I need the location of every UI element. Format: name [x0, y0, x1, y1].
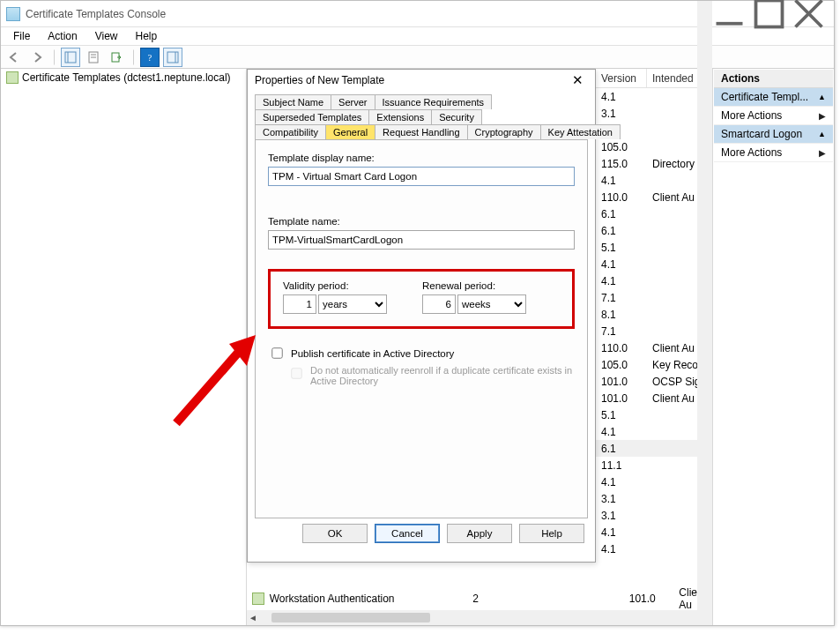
cell-version: 105.0	[596, 141, 647, 153]
tab-request-handling[interactable]: Request Handling	[375, 124, 466, 139]
validity-unit-select[interactable]: years	[318, 294, 387, 314]
export-button[interactable]	[107, 48, 126, 67]
maximize-button[interactable]	[749, 1, 789, 27]
duplicate-checkbox-row: Do not automatically reenroll if a dupli…	[287, 365, 575, 386]
table-row[interactable]: 6.1	[596, 205, 711, 222]
more-actions-item[interactable]: More Actions ▶	[714, 107, 833, 125]
actions-category-templates[interactable]: Certificate Templ... ▲	[714, 88, 833, 107]
main-window: Certificate Templates Console File Actio…	[0, 0, 835, 626]
table-row[interactable]: 5.1	[596, 406, 711, 423]
minimize-button[interactable]	[710, 1, 749, 27]
table-row[interactable]: 8.1	[596, 306, 711, 323]
list-body[interactable]: 4.13.15.1105.0115.0Directory4.1110.0Clie…	[596, 88, 711, 607]
tab-general[interactable]: General	[325, 124, 375, 139]
table-row[interactable]: 3.1	[596, 507, 711, 524]
cell-version: 11.1	[596, 459, 647, 472]
table-row[interactable]: 6.1	[596, 222, 711, 239]
show-hide-action-pane-button[interactable]	[163, 48, 182, 67]
show-hide-console-tree-button[interactable]	[61, 48, 80, 67]
publish-ad-label: Publish certificate in Active Directory	[291, 348, 454, 359]
actions-category-smartcard[interactable]: Smartcard Logon ▲	[714, 125, 833, 144]
horizontal-scrollbar[interactable]: ◄ ►	[247, 610, 711, 625]
table-row[interactable]: 11.1	[596, 457, 711, 473]
cell-version: 3.1	[596, 510, 647, 522]
table-row[interactable]: 4.1	[596, 540, 711, 557]
tab-issuance-requirements[interactable]: Issuance Requirements	[375, 94, 493, 109]
help-button[interactable]: Help	[519, 524, 584, 543]
table-row[interactable]: 7.1	[596, 289, 711, 306]
svg-rect-12	[167, 52, 178, 63]
table-row[interactable]: 105.0Key Reco	[596, 356, 711, 373]
more-actions-item[interactable]: More Actions ▶	[714, 144, 833, 162]
menu-file[interactable]: File	[4, 28, 39, 44]
list-header: Version Intended ▲	[596, 69, 711, 88]
validity-number-input[interactable]	[283, 294, 316, 314]
cancel-button[interactable]: Cancel	[375, 524, 440, 543]
dialog-close-button[interactable]: ✕	[567, 71, 588, 89]
renewal-unit-select[interactable]: weeks	[457, 294, 526, 314]
cell-version: 4.1	[596, 526, 647, 539]
tab-key-attestation[interactable]: Key Attestation	[540, 124, 621, 139]
cell-version: 101.0	[596, 392, 647, 405]
table-row[interactable]: 4.1	[596, 88, 711, 105]
table-row[interactable]: Workstation Authentication 2 101.0 Clien…	[247, 590, 711, 607]
properties-button[interactable]	[84, 48, 103, 67]
menu-view[interactable]: View	[86, 28, 127, 44]
column-version[interactable]: Version	[596, 69, 647, 87]
help-button[interactable]: ?	[140, 48, 160, 67]
display-name-input[interactable]	[268, 167, 575, 186]
table-row[interactable]: 115.0Directory	[596, 155, 711, 172]
window-title: Certificate Templates Console	[26, 8, 710, 20]
table-row[interactable]: 110.0Client Au	[596, 189, 711, 205]
scrollbar-thumb[interactable]	[271, 613, 430, 622]
forward-button[interactable]	[27, 48, 47, 67]
tab-server[interactable]: Server	[331, 94, 374, 109]
table-row[interactable]: 3.1	[596, 490, 711, 507]
tree-root-node[interactable]: Certificate Templates (dctest1.neptune.l…	[3, 71, 244, 85]
table-row[interactable]: 5.1	[596, 239, 711, 256]
display-name-label: Template display name:	[268, 153, 575, 163]
table-row[interactable]: 105.0	[596, 138, 711, 155]
tab-cryptography[interactable]: Cryptography	[467, 124, 540, 139]
table-row[interactable]: 110.0Client Au	[596, 339, 711, 356]
ok-button[interactable]: OK	[302, 524, 368, 543]
cell-version: 6.1	[596, 443, 647, 455]
table-row[interactable]: 3.1	[596, 105, 711, 122]
cell-version: 5.1	[596, 409, 647, 421]
tab-subject-name[interactable]: Subject Name	[255, 94, 331, 109]
table-row[interactable]: 101.0OCSP Sig	[596, 373, 711, 390]
renewal-number-input[interactable]	[422, 294, 456, 314]
template-icon	[252, 593, 264, 605]
tab-extensions[interactable]: Extensions	[368, 109, 431, 124]
duplicate-reenroll-checkbox	[291, 368, 301, 378]
properties-dialog: Properties of New Template ✕ Subject Nam…	[247, 69, 596, 563]
table-row[interactable]: 4.1	[596, 272, 711, 289]
tab-superseded-templates[interactable]: Superseded Templates	[255, 109, 368, 124]
menu-action[interactable]: Action	[39, 28, 85, 44]
table-row[interactable]: 6.1	[596, 440, 711, 457]
folder-icon	[6, 71, 19, 84]
scroll-left-icon[interactable]: ◄	[247, 610, 259, 625]
tab-security[interactable]: Security	[431, 109, 482, 124]
table-row[interactable]: 4.1	[596, 256, 711, 272]
menu-help[interactable]: Help	[127, 28, 167, 44]
apply-button[interactable]: Apply	[447, 524, 512, 543]
table-row[interactable]: 4.1	[596, 473, 711, 490]
vertical-scrollbar[interactable]	[697, 69, 712, 625]
list-pane: Version Intended ▲ 4.13.15.1105.0115.0Di…	[246, 69, 712, 625]
cell-version: 7.1	[596, 292, 647, 304]
cell-version: 4.1	[596, 275, 647, 287]
bottom-strip: Workstation Authentication 2 101.0 Clien…	[247, 590, 711, 625]
table-row[interactable]: 4.1	[596, 423, 711, 440]
table-row[interactable]: 101.0Client Au	[596, 390, 711, 406]
table-row[interactable]: 4.1	[596, 524, 711, 540]
table-row[interactable]: 7.1	[596, 323, 711, 339]
publish-ad-checkbox[interactable]	[271, 347, 282, 358]
close-button[interactable]	[789, 1, 829, 27]
back-button[interactable]	[4, 48, 24, 67]
cell-version: 8.1	[596, 309, 647, 321]
tab-compatibility[interactable]: Compatibility	[255, 124, 325, 139]
dialog-title-label: Properties of New Template	[255, 74, 384, 86]
table-row[interactable]: 4.1	[596, 172, 711, 189]
template-name-input[interactable]	[268, 230, 575, 250]
